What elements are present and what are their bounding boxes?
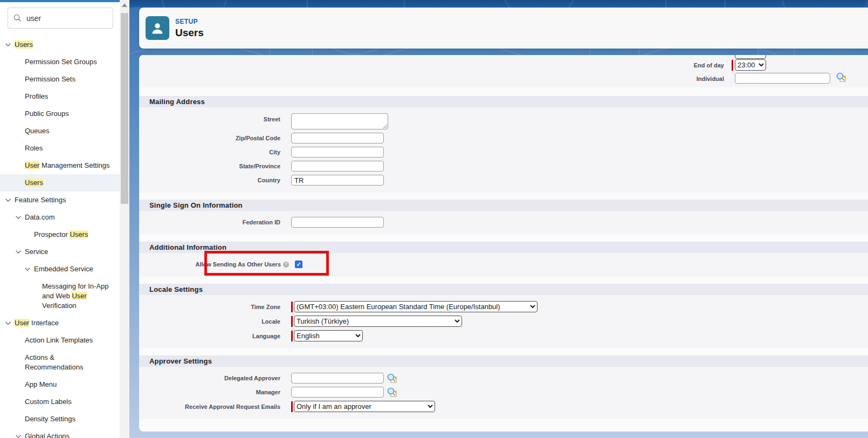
sidebar-item-permission-sets[interactable]: Permission Sets <box>0 71 120 88</box>
chevron-down-icon[interactable] <box>4 196 15 204</box>
field-row-country: Country <box>139 173 868 187</box>
end-of-day-select[interactable]: 23:00 <box>735 59 766 71</box>
allow-sending-checkbox[interactable]: ✓ <box>295 261 302 268</box>
sidebar-item-public-groups[interactable]: Public Groups <box>0 105 120 122</box>
sidebar-item-density-settings[interactable]: Density Settings <box>0 410 120 428</box>
quick-find-search[interactable] <box>8 8 113 29</box>
manager-lookup-icon[interactable] <box>387 387 397 398</box>
chevron-down-icon[interactable] <box>15 433 25 438</box>
sidebar-item-label: App Menu <box>25 380 57 389</box>
zip-input[interactable] <box>291 133 384 143</box>
time-zone-select[interactable]: (GMT+03:00) Eastern European Standard Ti… <box>294 301 538 312</box>
street-textarea[interactable] <box>291 113 388 129</box>
section-locale-settings: Locale Settings Time Zone (GMT+03:00) Ea… <box>139 284 868 348</box>
scrollbar-up-arrow-icon[interactable] <box>122 3 127 7</box>
sidebar-item-user-management-settings[interactable]: User Management Settings <box>0 157 120 174</box>
city-input[interactable] <box>291 147 384 158</box>
required-indicator <box>291 316 293 327</box>
sidebar-item-label: Roles <box>25 143 43 153</box>
setup-eyebrow: SETUP <box>175 18 204 25</box>
start-of-day-select-cutoff[interactable] <box>735 55 766 59</box>
field-row-allow-sending: Allow Sending As Other Users ? ✓ <box>139 257 868 271</box>
language-select[interactable]: English <box>294 330 363 341</box>
sidebar-item-permission-set-groups[interactable]: Permission Set Groups <box>0 53 120 71</box>
sidebar-item-roles[interactable]: Roles <box>0 140 120 157</box>
sidebar-item-actions-recommendations[interactable]: Actions & Recommendations <box>0 349 120 376</box>
sidebar-item-prospector-users[interactable]: Prospector Users <box>0 226 120 243</box>
individual-lookup-icon[interactable] <box>836 72 846 83</box>
sidebar-item-label: Density Settings <box>25 414 75 424</box>
main-content-area: SETUP Users End of day 23:00 Individual <box>129 0 868 438</box>
sidebar-item-label: Permission Set Groups <box>25 57 97 67</box>
sidebar-item-profiles[interactable]: Profiles <box>0 88 120 105</box>
sidebar-scrollbar[interactable] <box>120 0 129 438</box>
receive-approval-label: Receive Approval Request Emails <box>139 403 291 410</box>
chevron-down-icon[interactable] <box>24 265 34 273</box>
field-row-locale: Locale Turkish (Türkiye) <box>139 314 868 328</box>
sidebar-item-label: Action Link Templates <box>25 336 93 345</box>
setup-nav-tree: UsersPermission Set GroupsPermission Set… <box>0 36 120 438</box>
sidebar-item-label: Embedded Service <box>34 264 93 274</box>
manager-input[interactable] <box>291 387 384 398</box>
individual-input[interactable] <box>735 73 830 84</box>
section-title: Single Sign On Information <box>139 200 868 211</box>
delegated-approver-input[interactable] <box>291 373 384 384</box>
setup-page-header: SETUP Users <box>139 8 868 49</box>
delegated-approver-lookup-icon[interactable] <box>387 373 397 384</box>
sidebar-item-queues[interactable]: Queues <box>0 122 120 140</box>
delegated-approver-label: Delegated Approver <box>139 374 291 382</box>
sidebar-item-label: Messaging for In-App and Web User Verifi… <box>42 282 114 311</box>
state-input[interactable] <box>291 161 384 172</box>
sidebar-item-app-menu[interactable]: App Menu <box>0 376 120 393</box>
sidebar-item-users[interactable]: Users <box>0 36 120 53</box>
help-icon[interactable]: ? <box>283 262 289 268</box>
language-label: Language <box>139 332 291 340</box>
section-approver-settings: Approver Settings Delegated Approver <box>139 355 868 419</box>
chevron-down-icon[interactable] <box>4 41 15 49</box>
federation-id-input[interactable] <box>291 217 384 228</box>
sidebar-item-messaging-for-in-app-and-web-user-verification[interactable]: Messaging for In-App and Web User Verifi… <box>0 278 120 314</box>
setup-sidebar: UsersPermission Set GroupsPermission Set… <box>0 0 120 438</box>
sidebar-item-global-actions[interactable]: Global Actions <box>0 428 120 438</box>
receive-approval-select[interactable]: Only if I am an approver <box>294 401 435 412</box>
page-title: Users <box>175 27 204 39</box>
section-title: Approver Settings <box>139 355 868 367</box>
sidebar-item-label: Data.com <box>25 213 55 222</box>
search-input[interactable] <box>26 14 107 23</box>
sidebar-item-label: Public Groups <box>25 109 69 119</box>
federation-id-label: Federation ID <box>139 218 291 226</box>
sidebar-item-feature-settings[interactable]: Feature Settings <box>0 191 120 209</box>
country-label: Country <box>139 176 291 184</box>
locale-select[interactable]: Turkish (Türkiye) <box>294 316 462 327</box>
user-edit-form-panel: End of day 23:00 Individual <box>139 55 868 432</box>
time-zone-label: Time Zone <box>139 303 291 311</box>
chevron-down-icon[interactable] <box>15 214 25 221</box>
city-label: City <box>139 148 291 156</box>
required-indicator <box>291 401 293 412</box>
section-mailing-address: Mailing Address Street Zip/Postal Code C… <box>139 96 868 193</box>
sidebar-item-label: Profiles <box>25 92 48 101</box>
section-title: Additional Information <box>139 242 868 253</box>
sidebar-item-label: Feature Settings <box>15 195 66 205</box>
field-row-zip: Zip/Postal Code <box>139 131 868 145</box>
required-indicator <box>291 331 293 341</box>
sidebar-item-service[interactable]: Service <box>0 243 120 261</box>
required-indicator <box>732 60 733 71</box>
sidebar-item-users[interactable]: Users <box>0 174 120 191</box>
sidebar-item-data-com[interactable]: Data.com <box>0 209 120 226</box>
field-row-street: Street <box>139 112 868 131</box>
street-label: Street <box>139 113 291 123</box>
sidebar-item-label: Permission Sets <box>25 74 75 84</box>
scrollbar-thumb[interactable] <box>121 13 128 204</box>
locale-label: Locale <box>139 318 291 325</box>
sidebar-item-user-interface[interactable]: User Interface <box>0 314 120 332</box>
country-input[interactable] <box>291 175 384 186</box>
zip-label: Zip/Postal Code <box>139 134 291 142</box>
sidebar-item-action-link-templates[interactable]: Action Link Templates <box>0 332 120 349</box>
chevron-down-icon[interactable] <box>4 319 15 327</box>
required-indicator <box>291 302 293 312</box>
allow-sending-label: Allow Sending As Other Users <box>195 261 281 268</box>
sidebar-item-custom-labels[interactable]: Custom Labels <box>0 393 120 410</box>
chevron-down-icon[interactable] <box>15 248 25 256</box>
sidebar-item-embedded-service[interactable]: Embedded Service <box>0 261 120 278</box>
